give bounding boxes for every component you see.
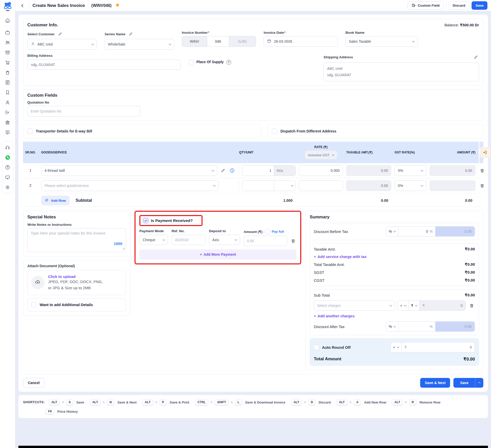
invoice-number-input[interactable]: 046 <box>207 36 229 47</box>
col-goods-service: GOODS/SERVICE <box>41 151 236 154</box>
ref-no-input[interactable] <box>175 238 202 242</box>
discount-before-input[interactable]: 0% <box>398 227 435 236</box>
resize-grip-icon[interactable] <box>122 246 125 251</box>
referral-icon[interactable] <box>2 97 13 107</box>
additional-details-checkbox[interactable] <box>31 302 37 307</box>
click-to-upload-link[interactable]: Click to upload <box>48 274 103 279</box>
book-name-dropdown[interactable]: Sales Taxable <box>345 36 418 47</box>
save-options-caret[interactable] <box>475 378 483 388</box>
keycap: R <box>409 399 417 405</box>
gst-rate-dropdown-row1[interactable]: 5% <box>395 165 426 176</box>
item-alert-icon[interactable] <box>229 167 236 174</box>
whatsapp-icon[interactable] <box>2 152 13 162</box>
pay-full-toggle[interactable]: Pay full <box>265 229 284 234</box>
summary-title: Summary <box>310 215 479 220</box>
edit-customer-pencil-icon[interactable] <box>57 31 63 37</box>
delete-row-icon[interactable] <box>479 167 485 174</box>
shipping-address-box[interactable]: ABC cred sdg, GUJARAT <box>323 62 479 81</box>
add-service-charge-link[interactable]: +Add service charge with tax <box>314 255 475 259</box>
home-icon[interactable] <box>2 15 13 25</box>
rate-input-row1[interactable]: 0.000 <box>299 165 343 176</box>
select-customer-dropdown[interactable]: ABC cred <box>27 39 97 50</box>
keycap: S <box>66 399 73 405</box>
qty-unit-input-row1[interactable]: 1 ROL <box>242 165 296 176</box>
dispatch-checkbox[interactable] <box>272 129 277 134</box>
settings-gear-icon[interactable] <box>2 182 13 192</box>
select-charges-dropdown[interactable]: Select charges <box>314 300 395 311</box>
delete-charge-icon[interactable] <box>468 302 475 309</box>
add-column-icon[interactable] <box>479 147 490 158</box>
shopping-bag-icon[interactable] <box>2 68 13 77</box>
custom-field-button[interactable]: Custom Field <box>408 1 443 10</box>
unit-dropdown[interactable] <box>274 181 295 191</box>
chevron-down-icon <box>412 40 415 42</box>
is-payment-received[interactable]: Is Payment Received? <box>139 215 203 226</box>
invoice-prefix[interactable]: WINV <box>182 36 207 47</box>
additional-details-toggle[interactable]: Want to add Additional Details <box>27 298 126 311</box>
rate-input-row2[interactable] <box>299 180 343 191</box>
goods-select-row2[interactable]: Please select goods/service <box>41 180 219 191</box>
charge-sign-dropdown[interactable]: + <box>398 301 409 310</box>
add-more-payment-button[interactable]: + Add More Payment <box>139 249 296 260</box>
goods-select-row1[interactable]: 4-thread twill <box>41 165 217 176</box>
unit-value[interactable]: ROL <box>274 165 295 176</box>
cancel-button[interactable]: Cancel <box>23 378 44 388</box>
save-button-bottom[interactable]: Save <box>453 378 475 388</box>
invoice-suffix-input[interactable]: Suffix <box>229 36 256 47</box>
invoice-date-input[interactable]: 28-03-2026 <box>264 36 338 47</box>
favorite-star-icon[interactable] <box>115 3 120 8</box>
delete-payment-icon[interactable] <box>290 238 296 244</box>
quotation-no-input-wrap <box>27 106 140 117</box>
briefcase-icon[interactable] <box>2 28 13 38</box>
upload-dropzone[interactable]: Click to upload JPEG, PDF, DOC, DOCX, PN… <box>27 270 126 295</box>
billing-address-box[interactable]: sdg, GUJARAT <box>27 60 181 70</box>
monitor-icon[interactable] <box>2 172 13 182</box>
headset-icon[interactable] <box>2 142 13 152</box>
edit-series-pencil-icon[interactable] <box>127 31 134 37</box>
add-another-charges-link[interactable]: +Add another charges <box>314 314 475 318</box>
transporter-checkbox[interactable] <box>27 129 33 134</box>
place-of-supply-checkbox[interactable] <box>188 60 194 65</box>
payment-received-checkbox[interactable] <box>143 218 148 223</box>
series-name-dropdown[interactable]: WholeSale <box>105 39 174 50</box>
gst-rate-dropdown-row2[interactable]: 0% <box>395 180 426 191</box>
quotation-no-input[interactable] <box>31 109 137 113</box>
bank-icon[interactable] <box>2 117 13 127</box>
app-logo[interactable] <box>2 2 13 13</box>
cart-icon[interactable] <box>2 58 13 68</box>
edit-shipping-pencil-icon[interactable] <box>472 54 479 60</box>
charge-unit-dropdown[interactable]: ₹ <box>409 301 420 310</box>
edit-item-pencil-icon[interactable] <box>220 167 226 174</box>
inclusive-gst-dropdown[interactable]: Inclusive GST <box>305 150 337 160</box>
payment-mode-dropdown[interactable]: Cheque <box>139 235 168 245</box>
invoice-register-icon[interactable] <box>2 77 13 87</box>
back-button[interactable] <box>19 2 26 9</box>
discount-after-input[interactable]: % <box>398 322 435 331</box>
help-circle-icon[interactable]: ? <box>226 60 231 65</box>
discard-button[interactable]: Discard <box>449 1 469 10</box>
round-sign-dropdown[interactable]: + <box>391 342 401 352</box>
add-row-button[interactable]: Add Row <box>41 196 70 205</box>
qty-unit-input-row2[interactable] <box>242 180 296 191</box>
discount-after-type-dropdown[interactable]: % <box>386 322 398 331</box>
discount-type-dropdown[interactable]: % <box>386 227 398 236</box>
login-icon[interactable] <box>2 107 13 117</box>
delete-row-icon[interactable] <box>479 182 485 189</box>
save-button[interactable]: Save <box>472 1 487 10</box>
users-icon[interactable] <box>2 38 13 48</box>
dispatch-address-toggle[interactable]: Dispatch From Different Address <box>267 124 483 138</box>
charge-value-field[interactable]: ₹0 <box>420 301 465 310</box>
auto-round-off-checkbox[interactable] <box>314 345 319 350</box>
bookmark-icon[interactable] <box>2 87 13 97</box>
help-icon[interactable] <box>2 162 13 172</box>
save-and-next-button[interactable]: Save & Next <box>420 378 450 388</box>
book-icon[interactable] <box>2 127 13 137</box>
notes-textarea[interactable] <box>31 231 123 244</box>
keycap: ALT <box>392 399 403 405</box>
transporter-details-toggle[interactable]: Transporter Details for E-way Bill <box>23 124 261 138</box>
inventory-icon[interactable] <box>2 48 13 58</box>
payment-amount-input[interactable] <box>247 239 284 243</box>
pay-full-checkbox[interactable] <box>265 229 270 234</box>
deposit-to-dropdown[interactable]: Axis <box>209 235 240 245</box>
round-value-field[interactable]: ₹0 <box>401 342 475 352</box>
